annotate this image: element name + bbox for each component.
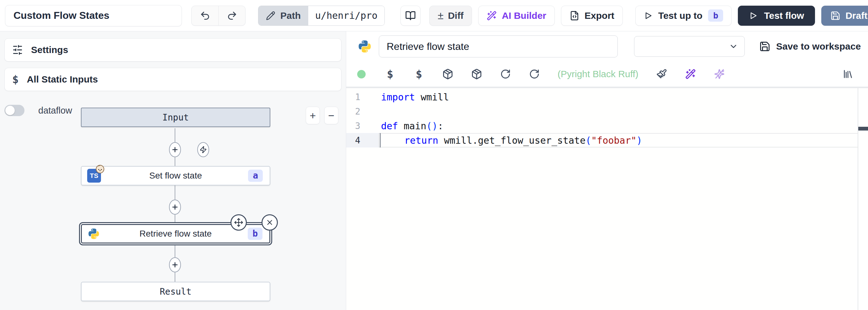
insert-step-button[interactable] (169, 142, 181, 157)
python-icon (88, 227, 100, 240)
lightning-icon (199, 146, 207, 153)
toggle-knob (5, 106, 15, 115)
status-dot-icon (357, 70, 366, 79)
ai-builder-label: AI Builder (502, 10, 546, 21)
status-indicator (355, 70, 367, 79)
main-content: Settings $ All Static Inputs dataflow + … (0, 31, 868, 310)
reload-button[interactable] (529, 69, 540, 79)
retrieve-flow-state-label: Retrieve flow state (140, 229, 212, 239)
line-number: 1 (346, 90, 378, 104)
code-row: 1import wmill (346, 90, 868, 104)
step-badge: b (708, 9, 723, 22)
plus-minus-icon: ± (438, 9, 444, 22)
code-row: 2 (346, 104, 868, 119)
code-line[interactable]: def main(): (378, 119, 858, 133)
variables-button[interactable]: $ (384, 68, 396, 80)
test-flow-button[interactable]: Test flow (738, 6, 815, 26)
test-flow-label: Test flow (764, 10, 804, 21)
pencil-icon (266, 11, 275, 20)
ai-autocomplete-button[interactable] (714, 69, 725, 79)
step-editor-panel: Save to workspace $ $ (Pyright Black Ruf… (346, 31, 868, 310)
play-icon (749, 11, 757, 20)
add-trigger-button[interactable] (197, 142, 209, 157)
code-token: main (398, 120, 426, 132)
paintbrush-icon (656, 69, 667, 79)
code-line[interactable]: import wmill (378, 90, 858, 104)
wand-icon (487, 11, 497, 21)
code-token: () (427, 120, 438, 132)
minimap-divider (858, 88, 858, 310)
flow-graph: dataflow + − Input TS Set flow state (0, 97, 346, 310)
code-token: "foobar" (591, 135, 637, 146)
result-node[interactable]: Result (81, 282, 270, 301)
package-icon (442, 68, 454, 80)
insert-step-button[interactable] (169, 257, 181, 272)
export-button[interactable]: Export (561, 6, 623, 26)
delete-node-button[interactable] (261, 214, 278, 231)
python-icon (358, 39, 372, 54)
input-node-label: Input (162, 112, 189, 123)
plus-icon (171, 146, 179, 153)
code-line[interactable] (378, 104, 858, 119)
dollar-icon: $ (12, 73, 19, 86)
code-token (382, 135, 404, 146)
undo-redo-group (191, 6, 246, 26)
static-inputs-card[interactable]: $ All Static Inputs (4, 68, 341, 91)
graph-zoom-controls: + − (306, 107, 338, 124)
refresh-icon (529, 69, 540, 79)
settings-label: Settings (31, 45, 68, 55)
diff-label: Diff (448, 10, 463, 21)
resources-button[interactable]: $ (413, 68, 425, 80)
diff-button[interactable]: ± Diff (429, 6, 472, 26)
chevron-down-icon (729, 42, 738, 51)
set-flow-state-node[interactable]: TS Set flow state a (81, 166, 270, 186)
line-number: 4 (346, 133, 378, 147)
refresh-icon (500, 69, 511, 79)
redo-button[interactable] (219, 6, 245, 25)
zoom-out-button[interactable]: − (324, 107, 338, 124)
path-value[interactable]: u/henri/pro (308, 6, 384, 25)
undo-button[interactable] (192, 6, 218, 25)
format-code-button[interactable] (656, 69, 667, 79)
undo-icon (200, 10, 210, 21)
test-up-to-label: Test up to (658, 10, 703, 21)
insert-step-button[interactable] (169, 200, 181, 215)
dataflow-toggle[interactable] (4, 105, 25, 116)
export-icon (569, 11, 580, 21)
flow-panel-header: Settings $ All Static Inputs (0, 31, 346, 97)
reload-button[interactable] (500, 69, 511, 79)
package-button[interactable] (442, 68, 454, 80)
library-button[interactable] (842, 69, 854, 79)
test-up-to-button[interactable]: Test up to b (635, 6, 732, 26)
save-to-workspace-label: Save to workspace (776, 41, 861, 52)
settings-card[interactable]: Settings (4, 38, 341, 61)
ai-builder-button[interactable]: AI Builder (478, 6, 555, 26)
code-assistants-label: (Pyright Black Ruff) (558, 69, 639, 79)
input-node[interactable]: Input (81, 108, 270, 127)
language-select[interactable] (634, 36, 745, 57)
save-to-workspace-button[interactable]: Save to workspace (759, 41, 861, 52)
path-edit-segment[interactable]: Path (258, 6, 308, 25)
package-button[interactable] (471, 68, 482, 80)
bun-icon (95, 164, 105, 174)
save-draft-button[interactable]: Draft ⌘S (821, 6, 868, 26)
sparkles-icon (714, 69, 725, 79)
zoom-in-button[interactable]: + (306, 107, 320, 124)
typescript-icon: TS (87, 169, 101, 182)
flow-title-input[interactable] (5, 5, 182, 26)
settings-icon (12, 45, 23, 55)
plus-icon (171, 203, 179, 211)
docs-button[interactable] (400, 6, 421, 26)
code-token: import (381, 92, 415, 103)
code-line[interactable]: return wmill.get_flow_user_state("foobar… (378, 133, 858, 147)
book-icon (405, 10, 416, 21)
ai-assist-button[interactable] (685, 69, 696, 79)
code-editor[interactable]: 1import wmill23def main():4 return wmill… (346, 87, 868, 310)
move-node-button[interactable] (230, 214, 247, 231)
step-name-input[interactable] (379, 35, 618, 57)
path-control[interactable]: Path u/henri/pro (258, 6, 385, 26)
static-inputs-label: All Static Inputs (27, 74, 98, 85)
play-icon (644, 11, 653, 20)
scrollbar-cursor-mark[interactable] (858, 127, 868, 131)
save-icon (830, 11, 840, 21)
